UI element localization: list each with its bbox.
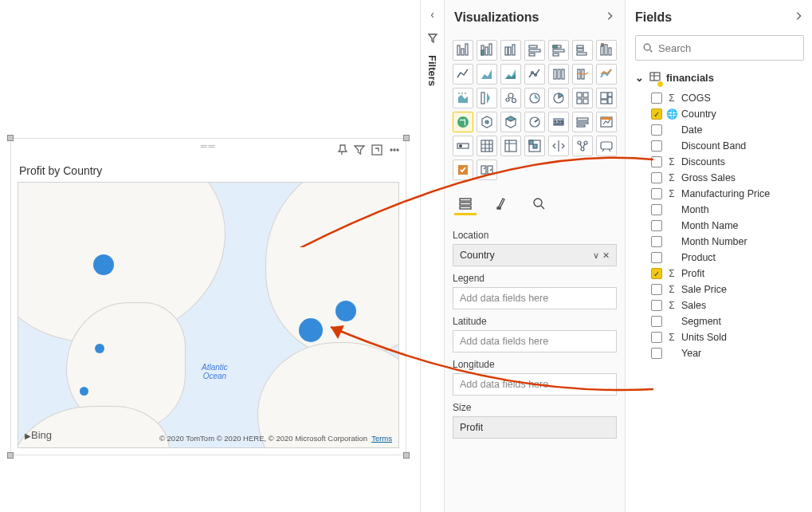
bubble-usa[interactable]: [95, 344, 104, 353]
bubble-mexico[interactable]: [80, 387, 88, 396]
viz-type-24[interactable]: [524, 112, 545, 132]
checkbox[interactable]: [651, 316, 662, 327]
viz-type-21[interactable]: [453, 112, 473, 132]
terms-link[interactable]: Terms: [371, 434, 392, 443]
resize-handle-tl[interactable]: [7, 135, 14, 141]
viz-type-31[interactable]: [524, 136, 545, 156]
more-icon[interactable]: [388, 144, 401, 159]
field-discounts[interactable]: ΣDiscounts: [626, 154, 812, 170]
checkbox[interactable]: [651, 124, 662, 136]
filters-pane-collapsed[interactable]: ‹ Filters: [420, 0, 444, 512]
viz-type-1[interactable]: [477, 40, 497, 61]
viz-type-16[interactable]: [500, 88, 521, 108]
viz-type-5[interactable]: [572, 40, 593, 61]
viz-type-35[interactable]: [453, 160, 473, 180]
map-area[interactable]: Atlantic Ocean ▶Bing © 2020 TomTom © 202…: [18, 182, 399, 448]
focus-icon[interactable]: [371, 144, 383, 159]
field-discount-band[interactable]: Discount Band: [626, 138, 812, 154]
chevron-right-icon[interactable]: [793, 10, 804, 25]
chevron-right-icon[interactable]: [604, 10, 615, 25]
viz-type-29[interactable]: [477, 136, 497, 156]
viz-type-6[interactable]: [596, 40, 617, 61]
checkbox[interactable]: [651, 284, 662, 295]
drag-grip[interactable]: ══: [201, 141, 217, 151]
checkbox[interactable]: [651, 236, 662, 247]
checkbox[interactable]: [651, 348, 662, 359]
field-month-number[interactable]: Month Number: [626, 234, 812, 250]
fields-tab[interactable]: [454, 193, 477, 215]
viz-type-26[interactable]: [572, 112, 593, 132]
checkbox[interactable]: [651, 252, 662, 263]
checkbox[interactable]: [651, 332, 662, 343]
viz-type-32[interactable]: [548, 136, 569, 156]
viz-type-13[interactable]: [596, 64, 617, 85]
field-gross-sales[interactable]: ΣGross Sales: [626, 170, 812, 186]
field-sales[interactable]: ΣSales: [626, 297, 812, 313]
viz-type-8[interactable]: [477, 64, 497, 85]
viz-type-11[interactable]: [548, 64, 569, 85]
viz-type-27[interactable]: [596, 112, 617, 132]
viz-type-3[interactable]: [524, 40, 545, 61]
well-latitude[interactable]: Add data fields here: [453, 330, 617, 352]
viz-type-19[interactable]: [572, 88, 593, 108]
checkbox[interactable]: [651, 140, 662, 152]
resize-handle-br[interactable]: [403, 452, 410, 459]
bubble-germany[interactable]: [335, 301, 356, 321]
viz-type-20[interactable]: [596, 88, 617, 108]
field-segment[interactable]: Segment: [626, 313, 812, 329]
analytics-tab[interactable]: [528, 193, 550, 215]
report-canvas[interactable]: ══ Profit by Country Atlantic Ocean ▶Bin…: [0, 0, 420, 512]
resize-handle-bl[interactable]: [7, 452, 14, 459]
viz-type-2[interactable]: [500, 40, 521, 61]
format-tab[interactable]: [491, 193, 513, 215]
search-input[interactable]: [658, 42, 797, 54]
well-legend[interactable]: Add data fields here: [453, 287, 617, 309]
viz-type-22[interactable]: [477, 112, 497, 132]
well-location[interactable]: Country∨✕: [453, 244, 617, 266]
field-date[interactable]: Date: [626, 122, 812, 138]
viz-type-30[interactable]: [500, 136, 521, 156]
well-size[interactable]: Profit: [453, 416, 617, 439]
checkbox[interactable]: [651, 172, 662, 183]
map-visual[interactable]: ══ Profit by Country Atlantic Ocean ▶Bin…: [10, 138, 406, 455]
checkbox[interactable]: [651, 220, 662, 231]
viz-type-15[interactable]: [477, 88, 497, 108]
viz-type-0[interactable]: [453, 40, 473, 61]
viz-type-7[interactable]: [453, 64, 473, 85]
checkbox[interactable]: [651, 204, 662, 215]
viz-type-17[interactable]: [524, 88, 545, 108]
field-year[interactable]: Year: [626, 345, 812, 361]
field-cogs[interactable]: ΣCOGS: [626, 90, 812, 106]
fields-search[interactable]: [635, 35, 804, 61]
viz-type-25[interactable]: 123: [548, 112, 569, 132]
field-sale-price[interactable]: ΣSale Price: [626, 282, 812, 297]
chevron-left-icon[interactable]: ‹: [430, 8, 434, 21]
viz-type-14[interactable]: [453, 88, 473, 108]
viz-type-33[interactable]: [572, 136, 593, 156]
checkbox[interactable]: [651, 188, 662, 199]
viz-type-23[interactable]: [500, 112, 521, 132]
field-month-name[interactable]: Month Name: [626, 218, 812, 234]
field-month[interactable]: Month: [626, 202, 812, 218]
field-country[interactable]: 🌐Country: [626, 106, 812, 122]
field-profit[interactable]: ΣProfit: [626, 266, 812, 282]
checkbox[interactable]: [651, 156, 662, 167]
viz-type-12[interactable]: [572, 64, 593, 85]
field-manufacturing-price[interactable]: ΣManufacturing Price: [626, 186, 812, 202]
viz-type-9[interactable]: [500, 64, 521, 85]
viz-type-34[interactable]: [596, 136, 617, 156]
checkbox[interactable]: [651, 300, 662, 311]
pin-icon[interactable]: [335, 144, 348, 159]
checkbox[interactable]: [651, 93, 662, 104]
viz-type-4[interactable]: [548, 40, 569, 61]
table-financials[interactable]: ⌄ financials: [626, 69, 812, 90]
filter-icon[interactable]: [353, 144, 366, 159]
bubble-canada[interactable]: [93, 254, 114, 275]
viz-type-28[interactable]: [453, 136, 473, 156]
viz-type-18[interactable]: [548, 88, 569, 108]
bubble-france[interactable]: [299, 318, 323, 342]
field-product[interactable]: Product: [626, 250, 812, 266]
field-units-sold[interactable]: ΣUnits Sold: [626, 329, 812, 345]
viz-type-36[interactable]: [477, 160, 497, 180]
checkbox[interactable]: [651, 268, 662, 279]
